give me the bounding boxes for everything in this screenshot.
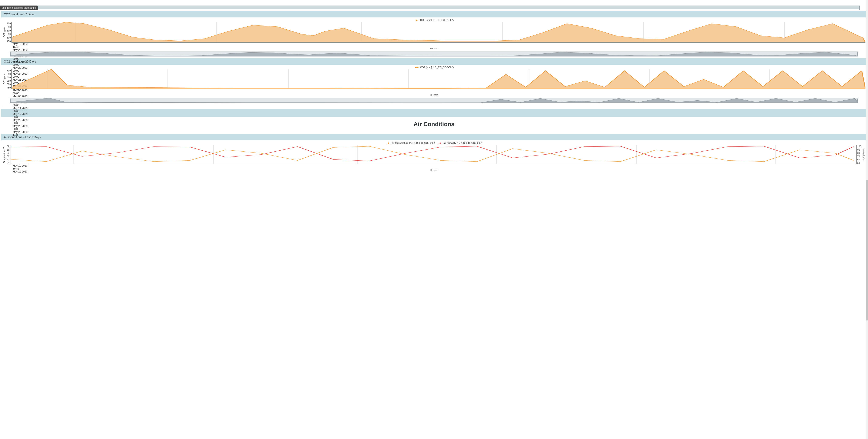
chart-svg bbox=[12, 69, 865, 89]
panel-co2-7d: CO2 Level Last 7 Days CO2 [ppm] (LR_FTI_… bbox=[1, 11, 867, 57]
plot-area-air-7d[interactable] bbox=[10, 145, 856, 164]
range-handle-right[interactable] bbox=[859, 5, 860, 10]
legend-label-temp: air-temperature [°C] (LR_FTI_CO2-002) bbox=[392, 142, 435, 144]
legend-label: CO2 [ppm] (LR_FTI_CO2-002) bbox=[420, 19, 454, 21]
y-axis-label-left: Temperature °C bbox=[3, 145, 6, 164]
chart-svg bbox=[12, 22, 865, 42]
panel-title: CO2 Level Last 7 Days bbox=[1, 11, 867, 18]
scrollbar-vertical[interactable] bbox=[866, 0, 868, 174]
range-navigator-co2-30d[interactable] bbox=[10, 98, 858, 103]
legend-label-hum: air-humidity [%] (LR_FTI_CO2-002) bbox=[443, 142, 482, 144]
panel-air-7d: Air Conditions - Last 7 Days air-tempera… bbox=[1, 134, 867, 172]
y-axis-label-right: Humidity % bbox=[862, 145, 865, 164]
legend-swatch-orange bbox=[415, 67, 418, 68]
plot-area-co2-7d[interactable] bbox=[11, 22, 865, 42]
range-handle-right[interactable] bbox=[857, 52, 858, 56]
notice-tooltip: und in the selected date range bbox=[0, 5, 38, 10]
legend-swatch-hum bbox=[438, 143, 442, 143]
x-ticks: May 19 202316:45May 20 202300:00May 21 2… bbox=[13, 164, 855, 170]
x-ticks: May 05 202300:00May 08 202300:00May 11 2… bbox=[13, 89, 865, 95]
range-navigator-top[interactable] bbox=[8, 5, 860, 9]
y-ticks: 700650600550500450 bbox=[6, 22, 11, 42]
y-axis-label: CO2 ppm bbox=[3, 69, 6, 89]
y-ticks: 700650600550500450 bbox=[6, 69, 11, 89]
range-navigator-co2-7d[interactable] bbox=[10, 52, 858, 57]
range-handle-right[interactable] bbox=[857, 98, 858, 103]
chart-svg bbox=[10, 145, 856, 164]
legend-swatch-orange bbox=[415, 20, 418, 21]
plot-area-co2-30d[interactable] bbox=[11, 69, 865, 89]
y-axis-label: CO2 ppm bbox=[3, 22, 6, 42]
legend: CO2 [ppm] (LR_FTI_CO2-002) bbox=[3, 18, 865, 22]
legend: air-temperature [°C] (LR_FTI_CO2-002) ai… bbox=[3, 141, 865, 145]
y-ticks-left: 393633302724 bbox=[6, 145, 10, 164]
x-ticks: May 19 202316:45May 20 202300:00May 21 2… bbox=[13, 42, 865, 49]
y-ticks-right: 1009080706050 bbox=[857, 145, 862, 164]
legend-swatch-temp bbox=[387, 143, 390, 143]
range-handle-left[interactable] bbox=[10, 52, 11, 56]
range-handle-left[interactable] bbox=[10, 98, 11, 103]
